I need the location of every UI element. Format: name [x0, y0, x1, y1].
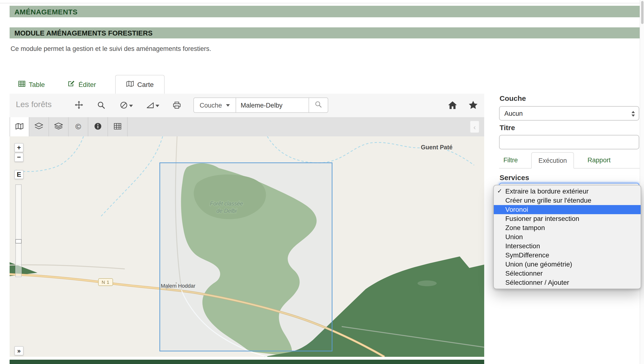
couche-dropdown-button[interactable]: Couche	[194, 98, 236, 113]
menu-item[interactable]: Union	[494, 232, 641, 242]
top-divider	[0, 3, 644, 3]
table-icon	[18, 81, 26, 88]
home-icon	[448, 101, 457, 110]
services-menu: ✓ Extraire la bordure extérieur Créer un…	[493, 185, 641, 289]
select-stepper-icon	[631, 110, 635, 119]
zoom-in-button[interactable]: +	[14, 143, 24, 152]
page-title: AMÉNAGEMENTS	[10, 8, 78, 16]
map-toolbar: Les forêts	[10, 94, 484, 117]
info-button[interactable]	[88, 117, 108, 136]
tab-table-label: Table	[29, 81, 45, 88]
menu-item[interactable]: SymDifference	[494, 251, 641, 260]
tab-rapport-label: Rapport	[588, 157, 611, 164]
checkmark-icon: ✓	[497, 187, 502, 196]
page: AMÉNAGEMENTS MODULE AMÉNAGEMENTS FORESTI…	[0, 0, 644, 364]
layers-icon	[34, 122, 43, 131]
couche-select[interactable]: Aucun	[499, 106, 639, 121]
edit-icon	[68, 80, 75, 88]
menu-item[interactable]: Union (une géométrie)	[494, 260, 641, 269]
collapse-panel-button[interactable]: ‹	[470, 121, 480, 133]
road-gray-west	[10, 265, 125, 269]
layers-stack-icon	[54, 122, 63, 131]
caret-down-icon	[155, 104, 159, 107]
layers-button[interactable]	[29, 117, 49, 136]
menu-item[interactable]: Créer une grille sur l'étendue	[494, 196, 641, 205]
page-scrollbar[interactable]	[640, 0, 644, 364]
attribute-table-button[interactable]	[108, 117, 128, 136]
measure-angle-icon	[146, 102, 154, 110]
menu-item[interactable]: Sélectionner	[494, 269, 641, 278]
measure-dropdown[interactable]	[142, 98, 163, 114]
map-icon	[15, 123, 24, 131]
footer-band	[10, 360, 484, 364]
expand-attribution-button[interactable]: »	[14, 346, 24, 355]
map-icon	[126, 81, 134, 88]
view-tabs: Table Éditer Carte	[10, 75, 165, 94]
couche-dropdown-label: Couche	[200, 102, 222, 109]
map-canvas[interactable]: N 1 Guent Paté Forêt classée de Delbi Ma…	[10, 136, 484, 357]
info-icon	[94, 122, 102, 131]
tab-carte-label: Carte	[137, 81, 154, 88]
page-title-band: AMÉNAGEMENTS	[10, 6, 644, 17]
zoom-slider-handle[interactable]	[15, 239, 22, 243]
tab-editer[interactable]: Éditer	[59, 75, 104, 94]
zoom-slider-track[interactable]	[15, 184, 22, 277]
copyright-icon: ©	[75, 123, 81, 131]
module-title-band: MODULE AMÉNAGEMENTS FORESTIERS	[10, 27, 644, 39]
tab-execution-label: Exécution	[538, 157, 567, 164]
map-view-button[interactable]	[10, 117, 29, 136]
tab-filtre-label: Filtre	[504, 157, 518, 164]
couche-select-value: Aucun	[500, 110, 523, 117]
couche-label: Couche	[500, 94, 526, 102]
services-label: Services	[500, 173, 529, 182]
chevron-left-icon: ‹	[474, 123, 476, 131]
titre-input[interactable]	[499, 135, 639, 149]
tab-carte[interactable]: Carte	[115, 75, 164, 94]
menu-item[interactable]: Fusioner par intersection	[494, 214, 641, 223]
tab-editer-label: Éditer	[78, 81, 96, 88]
tab-execution[interactable]: Exécution	[531, 152, 574, 169]
attribution-button[interactable]: ©	[68, 117, 88, 136]
menu-item[interactable]: Zone tampon	[494, 223, 641, 232]
menu-item[interactable]: Intersection	[494, 242, 641, 251]
map-label-place: Guent Paté	[421, 144, 452, 151]
search-icon	[314, 101, 322, 110]
print-button[interactable]	[168, 98, 185, 114]
home-extent-button[interactable]	[444, 98, 461, 114]
tab-filtre[interactable]: Filtre	[497, 152, 524, 168]
printer-icon	[172, 101, 181, 110]
menu-item-highlighted[interactable]: Voronoi	[494, 205, 641, 214]
tab-table[interactable]: Table	[10, 75, 54, 94]
module-description: Ce module permet la gestion et le suivi …	[10, 45, 211, 52]
module-title: MODULE AMÉNAGEMENTS FORESTIERS	[10, 29, 152, 37]
road-shield-label: N 1	[102, 280, 110, 285]
layer-search-input[interactable]	[236, 98, 309, 113]
panel-tabs: Filtre Exécution Rapport	[499, 152, 640, 169]
map-mode-toolbar: © ‹	[10, 117, 484, 136]
edit-mode-button[interactable]: E	[14, 170, 24, 179]
zoom-out-button[interactable]: −	[14, 153, 24, 162]
caret-down-icon	[226, 104, 230, 106]
page-scrollbar-thumb[interactable]	[641, 1, 644, 24]
star-icon	[469, 101, 478, 110]
favorite-button[interactable]	[465, 98, 481, 114]
pan-move-button[interactable]	[70, 98, 87, 114]
menu-item[interactable]: Sélectionner / Ajouter	[494, 278, 641, 287]
slash-circle-icon	[120, 101, 128, 110]
road-shield: N 1	[98, 278, 113, 286]
layer-search-group: Couche	[194, 98, 328, 113]
forest-clearing	[418, 280, 437, 286]
search-icon	[98, 101, 105, 110]
tab-rapport[interactable]: Rapport	[581, 152, 617, 168]
move-icon	[74, 101, 83, 110]
grid-icon	[114, 123, 122, 131]
titre-label: Titre	[500, 123, 515, 132]
menu-item[interactable]: ✓ Extraire la bordure extérieur	[494, 187, 641, 196]
zoom-search-button[interactable]	[93, 98, 110, 114]
layer-search-submit-button[interactable]	[309, 98, 328, 113]
selection-extent	[160, 163, 332, 351]
disable-tool-dropdown[interactable]	[116, 98, 137, 114]
caret-down-icon	[129, 104, 133, 107]
layer-stack-button[interactable]	[49, 117, 68, 136]
map-tiles: N 1 Guent Paté Forêt classée de Delbi Ma…	[10, 136, 484, 357]
